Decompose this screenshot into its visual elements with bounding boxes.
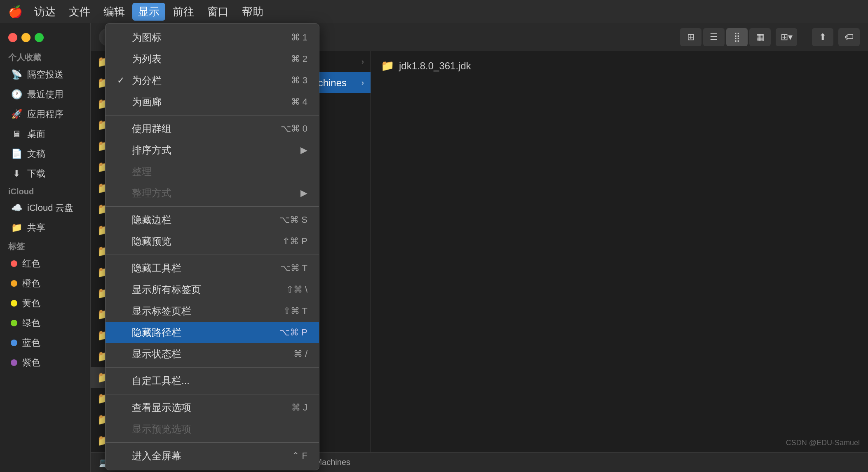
sidebar-item-docs-label: 文稿	[27, 148, 45, 160]
icloud-section-label: iCloud	[0, 184, 90, 198]
tag-red-dot	[11, 260, 17, 267]
shortcut-label: ⌘ J	[291, 402, 307, 413]
menu-item-enter-fullscreen[interactable]: 进入全屏幕 ⌃ F	[106, 445, 319, 467]
menu-item-clean-up-by[interactable]: 整理方式 ▶	[106, 182, 319, 204]
menu-item-hide-preview[interactable]: 隐藏预览 ⇧⌘ P	[106, 231, 319, 252]
menu-label: 显示标签页栏	[132, 304, 191, 318]
view-icon-button[interactable]: ⊞	[680, 28, 701, 46]
sidebar-item-shared[interactable]: 📁 共享	[2, 218, 88, 237]
menu-item-icon-view[interactable]: 为图标 ⌘ 1	[106, 27, 319, 48]
minimize-button[interactable]	[21, 33, 30, 42]
shortcut-label: ⇧⌘ T	[283, 306, 307, 316]
maximize-button[interactable]	[35, 33, 44, 42]
shortcut-label: ⇧⌘ \	[286, 284, 307, 295]
sidebar-item-downloads[interactable]: ⬇ 下载	[2, 164, 88, 183]
view-column-button[interactable]: ⣿	[726, 28, 748, 46]
menu-help[interactable]: 帮助	[236, 3, 269, 21]
shortcut-label: ⌘ 3	[291, 75, 307, 86]
apps-icon: 🚀	[11, 109, 22, 120]
sidebar-item-recent[interactable]: 🕐 最近使用	[2, 85, 88, 104]
close-button[interactable]	[8, 33, 17, 42]
sidebar-item-tag-red[interactable]: 红色	[2, 254, 88, 273]
menu-label: 为图标	[132, 31, 162, 44]
folder-icon: 📁	[381, 59, 394, 72]
recent-icon: 🕐	[11, 89, 22, 100]
menu-label: 整理	[132, 165, 152, 178]
file-name: jdk1.8.0_361.jdk	[399, 60, 471, 72]
tag-green-dot	[11, 320, 17, 326]
shortcut-label: ⌥⌘ 0	[281, 123, 307, 134]
menu-item-column-view[interactable]: ✓ 为分栏 ⌘ 3	[106, 70, 319, 91]
menu-label: 进入全屏幕	[132, 449, 181, 463]
sidebar-item-desktop[interactable]: 🖥 桌面	[2, 125, 88, 144]
tag-orange-dot	[11, 280, 17, 287]
menu-label: 隐藏预览	[132, 235, 171, 248]
view-more-button[interactable]: ⊞▾	[776, 28, 797, 46]
shortcut-label: ▶	[300, 145, 307, 156]
view-dropdown-menu: 为图标 ⌘ 1 为列表 ⌘ 2 ✓ 为分栏 ⌘ 3 为画廊 ⌘ 4 使用群组 ⌥…	[105, 23, 319, 470]
menu-finder[interactable]: 访达	[28, 3, 61, 21]
menu-item-hide-path-bar[interactable]: 隐藏路径栏 ⌥⌘ P	[106, 322, 319, 343]
sidebar: 个人收藏 📡 隔空投送 🕐 最近使用 🚀 应用程序 🖥 桌面 📄 文稿 ⬇ 下载…	[0, 23, 91, 472]
sidebar-item-tag-green[interactable]: 绿色	[2, 314, 88, 333]
tag-yellow-dot	[11, 300, 17, 307]
sidebar-item-tag-blue[interactable]: 蓝色	[2, 333, 88, 352]
view-gallery-button[interactable]: ▦	[749, 28, 771, 46]
sidebar-item-icloud[interactable]: ☁️ iCloud 云盘	[2, 198, 88, 217]
tag-yellow-label: 黄色	[22, 297, 40, 309]
tags-section-label: 标签	[0, 238, 90, 254]
view-list-button[interactable]: ☰	[703, 28, 725, 46]
menu-edit[interactable]: 编辑	[98, 3, 131, 21]
menu-separator	[106, 115, 319, 116]
menu-item-hide-sidebar[interactable]: 隐藏边栏 ⌥⌘ S	[106, 209, 319, 231]
menu-view[interactable]: 显示	[132, 3, 165, 21]
menu-item-show-tab-bar[interactable]: 显示标签页栏 ⇧⌘ T	[106, 300, 319, 322]
sidebar-item-tag-orange[interactable]: 橙色	[2, 274, 88, 293]
sidebar-item-tag-yellow[interactable]: 黄色	[2, 294, 88, 313]
menu-item-customize-toolbar[interactable]: 自定工具栏...	[106, 370, 319, 392]
chevron-right-icon: ›	[361, 57, 364, 66]
menu-label: 为列表	[132, 52, 162, 66]
tag-button[interactable]: 🏷	[838, 28, 860, 46]
tag-blue-dot	[11, 340, 17, 346]
menu-file[interactable]: 文件	[63, 3, 96, 21]
menu-item-gallery-view[interactable]: 为画廊 ⌘ 4	[106, 91, 319, 113]
shortcut-label: ⌘ /	[293, 349, 307, 359]
tag-purple-label: 紫色	[22, 356, 40, 369]
menu-label: 隐藏工具栏	[132, 262, 181, 275]
menu-separator	[106, 367, 319, 368]
menu-item-show-view-options[interactable]: 查看显示选项 ⌘ J	[106, 397, 319, 418]
desktop-icon: 🖥	[11, 128, 22, 140]
sidebar-item-tag-purple[interactable]: 紫色	[2, 353, 88, 372]
menu-label: 整理方式	[132, 186, 171, 200]
menu-label: 排序方式	[132, 144, 171, 157]
menu-label: 为画廊	[132, 95, 162, 109]
menu-label: 显示预览选项	[132, 422, 191, 436]
sidebar-item-apps-label: 应用程序	[27, 108, 63, 120]
menu-item-show-all-tabs[interactable]: 显示所有标签页 ⇧⌘ \	[106, 279, 319, 300]
menu-item-show-preview-options[interactable]: 显示预览选项	[106, 418, 319, 440]
menu-item-use-groups[interactable]: 使用群组 ⌥⌘ 0	[106, 118, 319, 139]
menu-item-clean-up[interactable]: 整理	[106, 161, 319, 182]
watermark: CSDN @EDU-Samuel	[786, 439, 860, 447]
sidebar-item-docs[interactable]: 📄 文稿	[2, 144, 88, 163]
menu-go[interactable]: 前往	[167, 3, 200, 21]
menu-item-sort-by[interactable]: 排序方式 ▶	[106, 139, 319, 161]
menu-label: 为分栏	[132, 74, 162, 87]
sidebar-item-apps[interactable]: 🚀 应用程序	[2, 105, 88, 124]
menu-item-list-view[interactable]: 为列表 ⌘ 2	[106, 48, 319, 70]
menu-item-show-status-bar[interactable]: 显示状态栏 ⌘ /	[106, 343, 319, 365]
menu-label: 使用群组	[132, 122, 171, 135]
menu-window[interactable]: 窗口	[202, 3, 235, 21]
menu-separator	[106, 206, 319, 207]
sidebar-item-airdrop[interactable]: 📡 隔空投送	[2, 65, 88, 84]
tag-red-label: 红色	[22, 257, 40, 270]
file-row-jdk[interactable]: 📁 jdk1.8.0_361.jdk	[371, 55, 868, 76]
downloads-icon: ⬇	[11, 168, 22, 179]
apple-logo-icon[interactable]: 🍎	[8, 5, 23, 19]
menu-label: 隐藏路径栏	[132, 326, 181, 339]
shared-icon: 📁	[11, 222, 22, 234]
shortcut-label: ⌥⌘ P	[279, 327, 307, 338]
menu-item-hide-toolbar[interactable]: 隐藏工具栏 ⌥⌘ T	[106, 257, 319, 279]
share-button[interactable]: ⬆	[812, 28, 833, 46]
